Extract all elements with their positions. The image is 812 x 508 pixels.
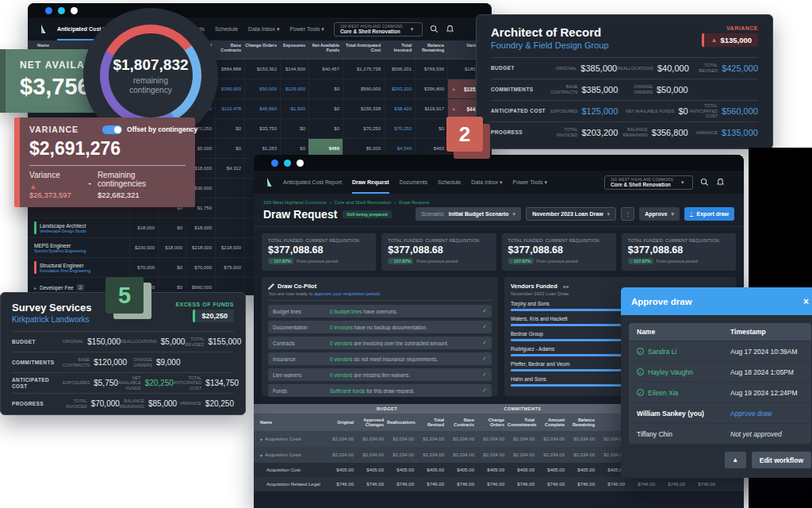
detail-cell-value: $385,000: [581, 85, 618, 94]
copilot-highlight-link[interactable]: 0 vendors: [330, 372, 353, 378]
loan-draw-select[interactable]: November 2023 Loan Draw ▾: [526, 207, 616, 221]
window-dot-white[interactable]: [71, 7, 78, 14]
detail-cell: NET AVAILABLE FUNDS$0: [618, 106, 688, 116]
project-name: 100 WEST HIGHLAND COMMONS: [340, 25, 403, 29]
stat-value: $377,088.68: [268, 244, 370, 256]
minus-sign: -: [89, 179, 91, 187]
tab-documents[interactable]: Documents: [400, 171, 427, 194]
tab-power-tools[interactable]: Power Tools ▾: [289, 17, 324, 40]
cell-value: $18,000: [194, 225, 212, 230]
row-status-strip: [34, 221, 36, 234]
cell-value: $2,034.00: [357, 452, 387, 457]
bell-icon[interactable]: [446, 25, 454, 33]
row-expand-icon[interactable]: ▾: [260, 452, 262, 458]
project-selector[interactable]: 100 WEST HIGHLAND COMMONS Core & Shell R…: [604, 175, 693, 190]
project-name: 100 WEST HIGHLAND COMMONS: [611, 178, 673, 182]
cell-value: $0: [236, 146, 241, 151]
window-dot-blue[interactable]: [45, 7, 52, 14]
offset-by-contingency-toggle[interactable]: [102, 125, 122, 134]
breadcrumb-link[interactable]: Core and Shell Renovation: [335, 200, 392, 205]
cell-value: $2,034.00: [387, 452, 417, 457]
export-draw-button[interactable]: ↑ Export draw: [684, 207, 734, 221]
cell-value: $2,034.00: [568, 452, 598, 457]
approve-draw-link[interactable]: Approve draw: [730, 410, 772, 418]
window-dot-cyan[interactable]: [58, 7, 65, 14]
approver-row: ✓Eileen XiaAug 19 2024 12:24PM: [629, 382, 811, 402]
row-name: Structural Engineer: [40, 263, 90, 268]
warning-button[interactable]: ▲: [725, 452, 746, 468]
cell: $70,250: [384, 119, 415, 138]
detail-cell: TOTAL INVOICED$203,200: [548, 127, 618, 137]
edit-workflow-button[interactable]: Edit workflow: [752, 452, 811, 468]
window-dot-white[interactable]: [297, 160, 304, 167]
project-selector[interactable]: 100 WEST HIGHLAND COMMONS Core & Shell R…: [334, 22, 423, 37]
cell-value: $0: [177, 265, 182, 270]
scenario-select[interactable]: Scenario: Initial Budget Scenario ▾: [416, 207, 521, 221]
more-options-button[interactable]: ⋮: [621, 207, 634, 221]
detail-cell-key: NET AVAILABLE FUNDS: [118, 375, 141, 391]
copilot-highlight-link[interactable]: Sufficient funds: [330, 388, 365, 394]
warning-triangle-icon: ▲: [451, 87, 456, 91]
kebab-icon: ⋮: [625, 211, 630, 217]
window-dot-cyan[interactable]: [284, 160, 291, 167]
detail-cell: ORIGINAL$150,000: [63, 337, 121, 346]
copilot-pencil-icon: [268, 283, 274, 290]
copilot-highlight-link[interactable]: 0 vendors: [330, 356, 353, 362]
tab-schedule[interactable]: Schedule: [438, 171, 461, 194]
detail-cell-key: BALANCE REMAINING: [120, 398, 144, 409]
cell-value: $0: [334, 126, 339, 131]
stat-value: $377,088.68: [388, 244, 489, 256]
breadcrumb-link[interactable]: 100 West Highland Commons: [263, 200, 327, 205]
tab-draw-request[interactable]: Draw Request: [352, 171, 389, 194]
copilot-check-label: Funds: [273, 388, 330, 394]
cell-value: $0: [439, 126, 444, 131]
cell: $18,000: [158, 238, 186, 257]
search-icon[interactable]: [700, 178, 709, 187]
copilot-check-row: Documentation0 invoices have no backup d…: [268, 321, 492, 333]
tab-anticipated-cost-report[interactable]: Anticipated Cost Report: [283, 171, 342, 194]
stat-label: TOTAL FUNDED: CURRENT REQUISITION: [628, 238, 730, 243]
copilot-check-row: Contracts0 vendors are invoicing over th…: [268, 337, 492, 349]
table-row[interactable]: Acquisition Related Legal$746.00$746.00$…: [254, 477, 744, 491]
stat-value: $377,088.68: [628, 244, 730, 256]
approve-button[interactable]: Approve ▾: [639, 207, 680, 221]
check-icon: ✓: [482, 387, 487, 394]
row-expand-icon[interactable]: ▾: [260, 437, 262, 442]
detail-cell-value: $356,800: [652, 128, 688, 137]
stat-delta-row: ↑ 157.87%From previous period: [388, 258, 489, 264]
tab-data-inbox[interactable]: Data Inbox ▾: [471, 171, 502, 194]
breadcrumb-separator: ›: [394, 200, 396, 205]
approve-requisition-link[interactable]: approve your requisition period.: [314, 291, 381, 296]
detail-cell: TOTAL ANTICIPATED COST$134,750: [174, 375, 239, 391]
window-dot-blue[interactable]: [271, 160, 278, 167]
copilot-highlight-link[interactable]: 0 vendors: [330, 341, 353, 346]
copilot-highlight-link[interactable]: 0 budget lines: [330, 309, 362, 314]
divider: [29, 165, 186, 166]
detail-cell-value: $125,000: [581, 106, 618, 116]
search-icon[interactable]: [430, 25, 439, 33]
tab-data-inbox[interactable]: Data Inbox ▾: [248, 17, 279, 40]
detail-cell-key: VARIANCE: [695, 130, 718, 136]
detail-cell-value: $20,250: [205, 399, 234, 408]
cell-value: $405.00: [417, 468, 447, 472]
bell-icon[interactable]: [716, 178, 725, 187]
pager-arrows-icon[interactable]: ◂ ▸: [563, 283, 569, 289]
approver-name: William Sankey (you): [637, 410, 704, 418]
row-expand-icon[interactable]: ▸: [34, 285, 36, 291]
tab-power-tools[interactable]: Power Tools ▾: [513, 171, 547, 194]
copilot-highlight-link[interactable]: 0 invoices: [330, 325, 353, 330]
cell-value: $46,560: [259, 106, 277, 111]
tab-schedule[interactable]: Schedule: [215, 17, 238, 40]
cell: $1,275,738: [343, 60, 384, 79]
cell: $75,000: [215, 258, 244, 277]
detail-row-label: ANTICIPATED COST: [491, 108, 548, 114]
cell: $0: [158, 218, 186, 237]
warning-triangle-icon: ▲: [710, 37, 717, 44]
column-header-base-contracts: Base Contracts: [447, 418, 477, 428]
column-header-total-invoiced: Total Invoiced: [384, 40, 415, 59]
close-icon[interactable]: ×: [803, 296, 809, 307]
cell-value: $405.00: [538, 468, 568, 472]
copilot-check-row: FundsSufficient funds for this draw requ…: [268, 384, 492, 397]
cell-value: $36,000: [194, 186, 212, 190]
breadcrumb-link[interactable]: Draw Request: [399, 200, 429, 205]
